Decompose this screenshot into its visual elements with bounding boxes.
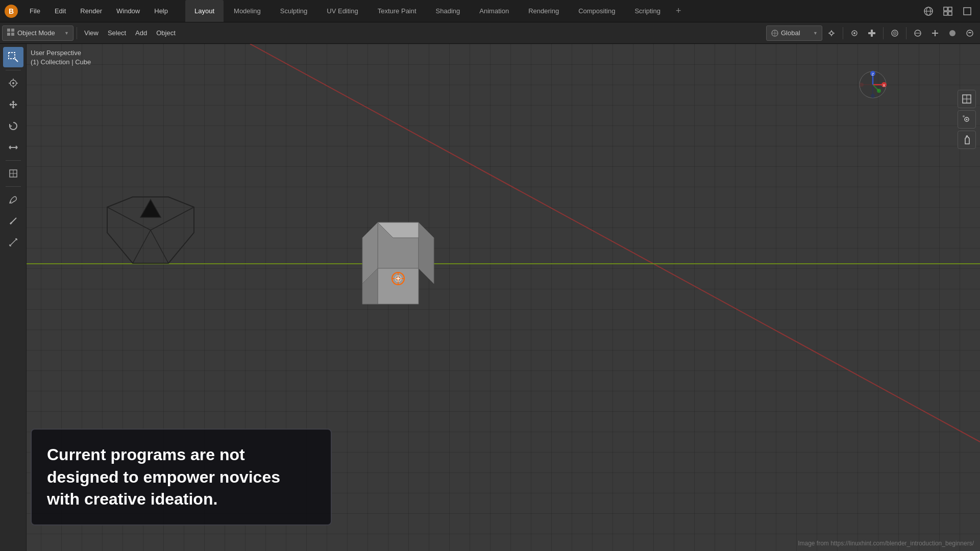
viewport-right-controls <box>958 90 976 149</box>
main-layout: User Perspective (1) Collection | Cube X… <box>0 44 980 551</box>
svg-point-32 <box>949 30 955 36</box>
viewport[interactable]: User Perspective (1) Collection | Cube X… <box>0 44 980 551</box>
shading-solid[interactable] <box>944 26 961 41</box>
svg-point-17 <box>830 32 833 35</box>
svg-rect-10 <box>7 29 10 32</box>
add-menu[interactable]: Add <box>131 26 151 41</box>
svg-text:B: B <box>9 7 14 15</box>
tool-separator-2 <box>6 160 21 161</box>
svg-point-37 <box>12 82 14 84</box>
svg-point-23 <box>853 32 855 34</box>
tab-sculpting[interactable]: Sculpting <box>271 0 316 22</box>
camera-wireframe <box>92 192 209 279</box>
camera-view-btn[interactable] <box>958 110 976 129</box>
tool-separator-1 <box>6 70 21 70</box>
tab-texture-paint[interactable]: Texture Paint <box>369 0 426 22</box>
top-menu-bar: B File Edit Render Window Help Layout Mo… <box>0 0 980 22</box>
menu-file[interactable]: File <box>22 0 47 22</box>
top-menu-items: File Edit Render Window Help <box>22 0 175 22</box>
svg-point-28 <box>894 33 895 34</box>
tab-layout[interactable]: Layout <box>185 0 224 22</box>
tab-animation[interactable]: Animation <box>470 0 518 22</box>
separator-4 <box>906 27 906 39</box>
viewport-settings-btn[interactable] <box>939 4 957 18</box>
object-menu[interactable]: Object <box>152 26 180 41</box>
svg-text:Z: Z <box>872 72 874 77</box>
separator-1 <box>77 27 77 39</box>
header-toolbar: Object Mode ▼ View Select Add Object Glo… <box>0 22 980 44</box>
menu-help[interactable]: Help <box>147 0 175 22</box>
overlay-btn[interactable] <box>910 26 926 41</box>
viewport-info: User Perspective (1) Collection | Cube <box>31 48 91 66</box>
tool-move[interactable] <box>3 94 23 115</box>
tool-annotate[interactable] <box>3 189 23 210</box>
maximize-btn[interactable] <box>959 4 976 18</box>
tool-scale[interactable] <box>3 137 23 158</box>
tab-compositing[interactable]: Compositing <box>569 0 624 22</box>
svg-rect-8 <box>948 12 952 15</box>
svg-rect-7 <box>944 12 947 15</box>
svg-point-73 <box>966 119 968 120</box>
svg-marker-80 <box>140 199 161 217</box>
svg-text:X: X <box>883 83 886 88</box>
svg-point-66 <box>860 83 864 87</box>
object-mode-selector[interactable]: Object Mode ▼ <box>2 26 74 41</box>
mode-label: Object Mode <box>17 29 55 37</box>
hand-pan-btn[interactable] <box>958 131 976 149</box>
perspective-label: User Perspective <box>31 48 91 58</box>
tab-uv-editing[interactable]: UV Editing <box>317 0 367 22</box>
select-menu[interactable]: Select <box>104 26 130 41</box>
online-access-btn[interactable] <box>920 4 937 18</box>
overlay-text: Current programs are not designed to emp… <box>47 444 315 510</box>
cube-3d <box>347 212 439 309</box>
blender-logo: B <box>0 0 22 22</box>
shading-material[interactable] <box>962 26 978 41</box>
svg-rect-13 <box>11 33 14 36</box>
menu-edit[interactable]: Edit <box>47 0 73 22</box>
snap-settings[interactable] <box>864 26 880 41</box>
pivot-point[interactable] <box>823 26 840 41</box>
svg-point-61 <box>877 89 881 93</box>
svg-point-68 <box>871 94 875 98</box>
svg-line-51 <box>10 239 17 246</box>
orthographic-view-btn[interactable] <box>958 90 976 108</box>
collection-label: (1) Collection | Cube <box>31 58 91 66</box>
svg-line-78 <box>133 230 151 263</box>
tool-draw[interactable] <box>3 211 23 231</box>
svg-rect-6 <box>948 7 952 11</box>
gizmos-btn[interactable] <box>927 26 943 41</box>
workspace-tabs: Layout Modeling Sculpting UV Editing Tex… <box>185 0 686 22</box>
tab-rendering[interactable]: Rendering <box>519 0 568 22</box>
svg-marker-83 <box>419 222 434 284</box>
overlay-box: Current programs are not designed to emp… <box>31 429 332 525</box>
view-menu[interactable]: View <box>80 26 103 41</box>
svg-rect-12 <box>7 33 10 36</box>
svg-rect-5 <box>944 7 947 11</box>
snap-toggle[interactable] <box>846 26 863 41</box>
separator-3 <box>883 27 884 39</box>
svg-rect-35 <box>9 53 15 59</box>
viewport-gizmo[interactable]: X Z <box>857 69 888 100</box>
tab-shading[interactable]: Shading <box>427 0 470 22</box>
tool-select-box[interactable] <box>3 47 23 67</box>
top-right-controls <box>920 4 980 18</box>
proportional-editing[interactable] <box>887 26 903 41</box>
transform-orientation[interactable]: Global ▼ <box>766 26 822 41</box>
mode-icon <box>7 28 15 38</box>
separator-2 <box>843 27 843 39</box>
tool-cursor[interactable] <box>3 73 23 93</box>
mode-dropdown-arrow: ▼ <box>64 31 69 36</box>
tool-separator-3 <box>6 186 21 187</box>
tool-rotate[interactable] <box>3 116 23 136</box>
tab-modeling[interactable]: Modeling <box>225 0 270 22</box>
tool-measure[interactable] <box>3 232 23 253</box>
add-workspace-tab[interactable]: + <box>671 0 687 22</box>
tab-scripting[interactable]: Scripting <box>625 0 670 22</box>
menu-window[interactable]: Window <box>109 0 147 22</box>
tool-transform[interactable] <box>3 163 23 184</box>
menu-render[interactable]: Render <box>73 0 109 22</box>
header-right: Global ▼ <box>766 26 978 41</box>
svg-rect-9 <box>964 8 971 15</box>
svg-rect-11 <box>11 29 14 32</box>
svg-point-74 <box>963 115 965 117</box>
